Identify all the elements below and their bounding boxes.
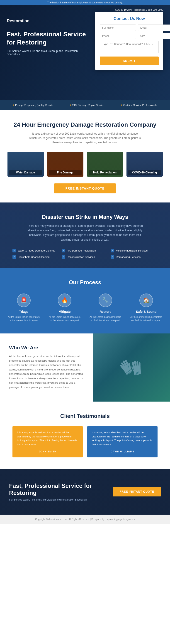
- safe-sound-icon: 🏠: [139, 294, 153, 307]
- process-step-1: 🔥 Mitigate All the Lorem Ipsum generator…: [48, 294, 82, 322]
- email-input[interactable]: [138, 24, 170, 31]
- form-row-phone-city: [100, 33, 159, 39]
- service-mold-label: Mold Remediation: [89, 170, 121, 175]
- process-step-3-desc: All the Lorem Ipsum generators on the in…: [129, 315, 163, 322]
- check-item-5: ✓ Remodeling Services: [111, 255, 158, 259]
- check-icon-4: ✓: [62, 255, 65, 259]
- submit-button[interactable]: SUBMIT: [100, 56, 159, 66]
- check-icon-2: ✓: [111, 249, 114, 252]
- check-item-3: ✓ Household Goods Cleaning: [12, 255, 59, 259]
- check-label-2: Mold Remediation Services: [116, 249, 148, 252]
- testimonial-1-author: DAVID WILLIAMS: [92, 450, 153, 453]
- who-left: Who We Are All the Lorem Ipsum generator…: [0, 334, 93, 402]
- service-water: Water Damage: [7, 152, 44, 176]
- top-bar: The health & safety of our employees & c…: [0, 0, 170, 5]
- disaster-title: Disaster can Strike in Many Ways: [7, 214, 163, 220]
- hero-tagline: Fast, Professional Service for Restoring: [7, 30, 91, 47]
- message-input[interactable]: [100, 41, 159, 53]
- process-step-1-label: Mitigate: [48, 310, 82, 314]
- service-mold: Mold Remediation: [87, 152, 123, 176]
- full-name-input[interactable]: [100, 24, 136, 31]
- footer-copyright: Copyright © domainname.com. All Rights R…: [35, 518, 135, 520]
- emergency-description: It uses a dictionary of over 200 Latin w…: [28, 132, 142, 145]
- feature-1: Prompt Response, Quality Results: [13, 103, 53, 107]
- testimonial-1: It is a long established fact that a rea…: [87, 426, 158, 457]
- glove-image: 🧤: [117, 354, 146, 382]
- who-title: Who We Are: [9, 345, 85, 351]
- check-item-1: ✓ Fire Damage Restoration: [62, 249, 109, 252]
- check-item-0: ✓ Water & Flood Damage Cleanup: [12, 249, 59, 252]
- who-right-image: 🧤: [93, 334, 170, 402]
- footer-bottom: Copyright © domainname.com. All Rights R…: [0, 514, 170, 524]
- footer-hero-title: Fast, Professional Service for Restoring: [9, 482, 113, 496]
- services-grid: Water Damage Fire Damage Mold Remediatio…: [7, 152, 163, 176]
- service-covid-label: COVID-19 Cleaning: [128, 170, 161, 175]
- check-label-4: Reconstruction Services: [67, 256, 95, 258]
- service-covid: COVID-19 Cleaning: [127, 152, 163, 176]
- footer-hero-left: Fast, Professional Service for Restoring…: [9, 482, 113, 501]
- features-bar: Prompt Response, Quality Results 24/7 Da…: [0, 100, 170, 110]
- process-steps: 🚨 Triage All the Lorem Ipsum generators …: [7, 294, 163, 322]
- process-section: Our Process 🚨 Triage All the Lorem Ipsum…: [0, 268, 170, 334]
- process-title: Our Process: [7, 279, 163, 286]
- testimonials-section: Client Testimonials It is a long establi…: [0, 402, 170, 468]
- process-step-3-label: Safe & Sound: [129, 310, 163, 314]
- testimonial-0: It is a long established fact that a rea…: [12, 426, 83, 457]
- process-step-0-desc: All the Lorem Ipsum generators on the in…: [7, 315, 41, 322]
- restore-icon: 🔧: [99, 294, 112, 307]
- disaster-description: There are many variations of passages of…: [26, 224, 144, 242]
- check-label-0: Water & Flood Damage Cleanup: [18, 249, 55, 252]
- process-step-3: 🏠 Safe & Sound All the Lorem Ipsum gener…: [129, 294, 163, 322]
- service-fire: Fire Damage: [47, 152, 83, 176]
- contact-form: Contact Us Now SUBMIT: [95, 12, 163, 70]
- who-section: Who We Are All the Lorem Ipsum generator…: [0, 334, 170, 402]
- check-icon-0: ✓: [12, 249, 16, 252]
- who-description: All the Lorem Ipsum generators on the in…: [9, 354, 85, 390]
- emergency-title: 24 Hour Emergency Damage Restoration Com…: [7, 121, 163, 128]
- phone-input[interactable]: [100, 33, 136, 39]
- check-icon-5: ✓: [111, 255, 114, 259]
- contact-form-title: Contact Us Now: [100, 16, 159, 21]
- check-item-4: ✓ Reconstruction Services: [62, 255, 109, 259]
- testimonials-grid: It is a long established fact that a rea…: [7, 426, 163, 457]
- process-step-0: 🚨 Triage All the Lorem Ipsum generators …: [7, 294, 41, 322]
- hero-left: Restoration Fast, Professional Service f…: [7, 10, 95, 56]
- mitigate-icon: 🔥: [58, 294, 71, 307]
- city-input[interactable]: [138, 33, 170, 39]
- testimonial-1-text: It is a long established fact that a rea…: [92, 430, 153, 446]
- emergency-section: 24 Hour Emergency Damage Restoration Com…: [0, 110, 170, 202]
- testimonial-0-text: It is a long established fact that a rea…: [17, 430, 78, 446]
- check-label-5: Remodeling Services: [116, 256, 141, 258]
- footer-hero-section: Fast, Professional Service for Restoring…: [0, 469, 170, 514]
- process-step-2-desc: All the Lorem Ipsum generators on the in…: [88, 315, 122, 322]
- testimonials-title: Client Testimonials: [7, 413, 163, 419]
- service-fire-label: Fire Damage: [49, 170, 82, 175]
- check-item-2: ✓ Mold Remediation Services: [111, 249, 158, 252]
- process-step-2-label: Restore: [88, 310, 122, 314]
- feature-2: 24/7 Damage Repair Service: [70, 103, 104, 107]
- free-quote-button[interactable]: Free Instant Quote: [54, 184, 116, 194]
- hero-subtitle: Full Service Water, Fire and Mold Cleanu…: [7, 50, 91, 56]
- triage-icon: 🚨: [17, 294, 31, 307]
- process-step-1-desc: All the Lorem Ipsum generators on the in…: [48, 315, 82, 322]
- check-icon-1: ✓: [62, 249, 65, 252]
- disaster-section: Disaster can Strike in Many Ways There a…: [0, 202, 170, 268]
- hero-section: COVID-19 24/7 Response: 1-888-000-0800 R…: [0, 5, 170, 100]
- logo: Restoration: [7, 18, 91, 24]
- checklist-grid: ✓ Water & Flood Damage Cleanup ✓ Fire Da…: [12, 249, 158, 259]
- process-step-0-label: Triage: [7, 310, 41, 314]
- form-row-name-email: [100, 24, 159, 31]
- footer-hero-button[interactable]: Free Instant Quote: [113, 487, 161, 496]
- footer-hero-subtitle: Full Service Water, Fire and Mold Cleanu…: [9, 498, 113, 501]
- check-label-3: Household Goods Cleaning: [18, 256, 50, 258]
- feature-3: Certified Service Professionals: [121, 103, 157, 107]
- hero-right: Contact Us Now SUBMIT: [95, 10, 163, 70]
- testimonial-0-author: JOHN SMITH: [17, 450, 78, 453]
- check-icon-3: ✓: [12, 255, 16, 259]
- top-bar-text: The health & safety of our employees & c…: [47, 1, 123, 4]
- service-water-label: Water Damage: [9, 170, 42, 175]
- check-label-1: Fire Damage Restoration: [67, 249, 96, 252]
- who-right-visual: 🧤: [93, 334, 170, 402]
- process-step-2: 🔧 Restore All the Lorem Ipsum generators…: [88, 294, 122, 322]
